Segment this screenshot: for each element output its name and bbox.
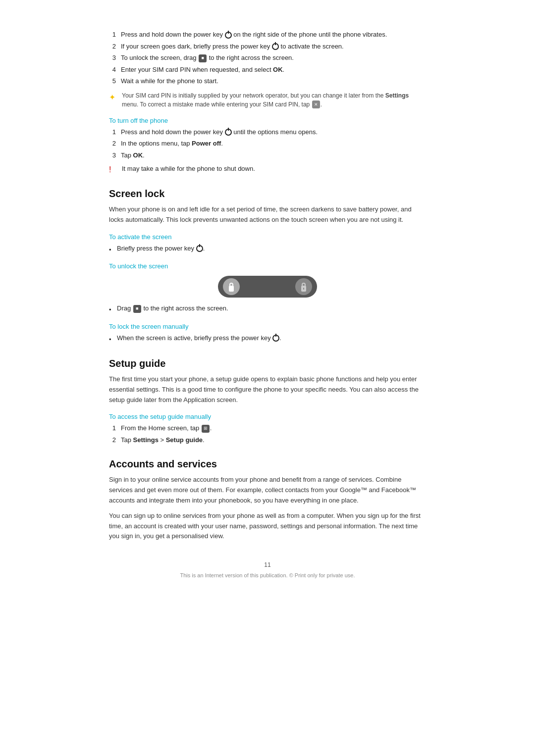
lock-slider-inner — [218, 276, 317, 298]
turn-off-heading: To turn off the phone — [109, 117, 426, 124]
startup-step-2: 2 If your screen goes dark, briefly pres… — [109, 42, 426, 51]
footer-text: This is an Internet version of this publ… — [109, 572, 426, 578]
activate-screen-list: • Briefly press the power key . — [109, 244, 426, 255]
warning-box: ! It may take a while for the phone to s… — [109, 165, 426, 174]
bullet-dot-2: • — [109, 305, 113, 315]
turn-off-step-3: 3 Tap OK. — [109, 151, 426, 160]
drag-icon-1: ■ — [199, 54, 207, 62]
setup-guide-body: The first time you start your phone, a s… — [109, 374, 426, 405]
startup-step-1: 1 Press and hold down the power key on t… — [109, 30, 426, 40]
bullet-dot-3: • — [109, 335, 113, 345]
lock-right — [295, 278, 312, 295]
power-icon-4 — [196, 245, 203, 252]
activate-screen-item: • Briefly press the power key . — [109, 244, 426, 255]
power-icon-3 — [225, 129, 232, 136]
turn-off-steps-list: 1 Press and hold down the power key unti… — [109, 127, 426, 160]
page-number: 11 — [109, 561, 426, 568]
power-icon-1 — [225, 32, 232, 39]
unlock-screen-list: • Drag ■ to the right across the screen. — [109, 303, 426, 315]
turn-off-step-1: 1 Press and hold down the power key unti… — [109, 127, 426, 137]
bullet-dot-1: • — [109, 245, 113, 255]
tip-box: ✦ Your SIM card PIN is initially supplie… — [109, 91, 426, 109]
lock-manually-heading: To lock the screen manually — [109, 323, 426, 330]
activate-screen-heading: To activate the screen — [109, 233, 426, 241]
power-icon-2 — [272, 43, 279, 50]
setup-guide-title: Setup guide — [109, 358, 426, 369]
accounts-title: Accounts and services — [109, 458, 426, 470]
startup-step-4: 4 Enter your SIM card PIN when requested… — [109, 65, 426, 75]
unlock-screen-item: • Drag ■ to the right across the screen. — [109, 303, 426, 315]
tip-icon: ✦ — [109, 92, 118, 103]
svg-rect-0 — [229, 286, 234, 292]
delete-icon: ✕ — [312, 101, 320, 108]
warning-icon: ! — [109, 165, 118, 174]
lock-manually-list: • When the screen is active, briefly pre… — [109, 333, 426, 345]
setup-guide-access-heading: To access the setup guide manually — [109, 413, 426, 420]
lock-manually-item: • When the screen is active, briefly pre… — [109, 333, 426, 345]
setup-guide-step-1: 1 From the Home screen, tap ⊞. — [109, 423, 426, 433]
screen-lock-title: Screen lock — [109, 188, 426, 200]
drag-icon-2: ■ — [133, 305, 141, 313]
lock-left — [223, 278, 240, 295]
page-content: 1 Press and hold down the power key on t… — [89, 0, 446, 618]
lock-slider — [109, 276, 426, 298]
screen-lock-body: When your phone is on and left idle for … — [109, 204, 426, 225]
setup-guide-step-2: 2 Tap Settings > Setup guide. — [109, 435, 426, 445]
power-icon-5 — [272, 335, 279, 342]
accounts-body2: You can sign up to online services from … — [109, 511, 426, 542]
accounts-body1: Sign in to your online service accounts … — [109, 475, 426, 505]
grid-icon: ⊞ — [202, 425, 210, 433]
startup-step-3: 3 To unlock the screen, drag ■ to the ri… — [109, 53, 426, 63]
turn-off-step-2: 2 In the options menu, tap Power off. — [109, 139, 426, 149]
svg-rect-2 — [303, 288, 304, 290]
startup-step-5: 5 Wait a while for the phone to start. — [109, 76, 426, 86]
unlock-screen-heading: To unlock the screen — [109, 262, 426, 270]
setup-guide-steps-list: 1 From the Home screen, tap ⊞. 2 Tap Set… — [109, 423, 426, 445]
startup-steps-list: 1 Press and hold down the power key on t… — [109, 30, 426, 86]
